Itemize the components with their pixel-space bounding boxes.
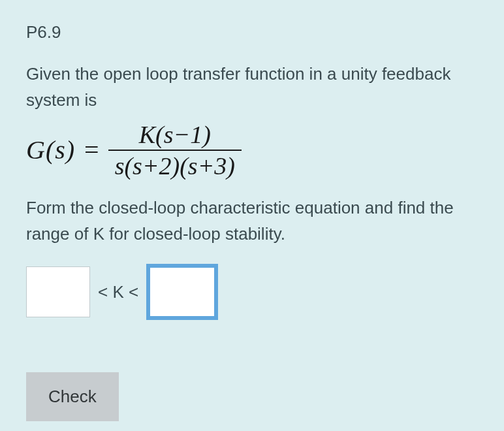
- fraction-bar: [108, 150, 242, 151]
- equals-sign: =: [82, 135, 102, 165]
- task-text: Form the closed-loop characteristic equa…: [26, 195, 478, 247]
- equation-numerator: K(s−1): [133, 120, 217, 149]
- equation-lhs: G(s): [26, 135, 75, 165]
- equation-denominator: s(s+2)(s+3): [108, 152, 242, 180]
- between-label: < K <: [95, 282, 141, 302]
- equation-fraction: K(s−1) s(s+2)(s+3): [108, 120, 242, 180]
- check-button[interactable]: Check: [26, 372, 119, 421]
- k-lower-bound-input[interactable]: [26, 266, 90, 317]
- transfer-function-equation: G(s) = K(s−1) s(s+2)(s+3): [26, 120, 478, 180]
- problem-id: P6.9: [26, 22, 478, 42]
- answer-row: < K <: [26, 264, 478, 320]
- k-upper-bound-input[interactable]: [146, 264, 218, 320]
- intro-text: Given the open loop transfer function in…: [26, 61, 478, 114]
